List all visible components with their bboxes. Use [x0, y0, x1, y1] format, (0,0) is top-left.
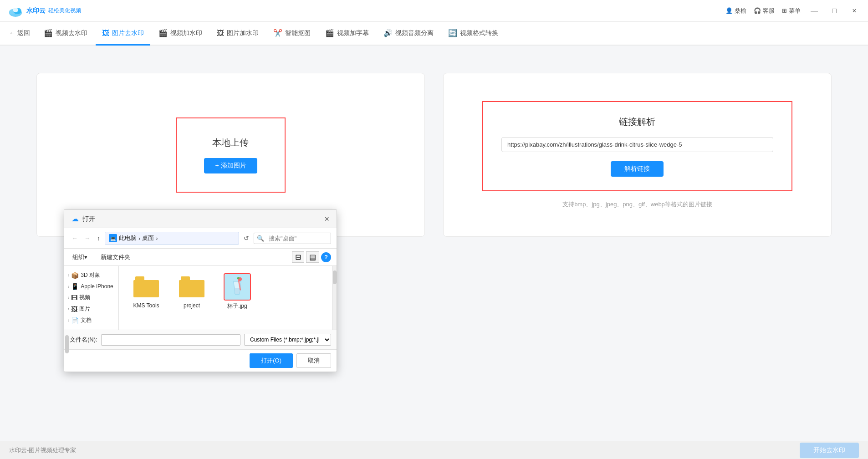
- menu-label: 菜单: [789, 7, 801, 15]
- tree-item-document[interactable]: › 📄 文档: [64, 315, 118, 326]
- close-button[interactable]: ×: [848, 5, 861, 17]
- nav-image-remove[interactable]: 🖼 图片去水印: [96, 22, 150, 46]
- nav-image-remove-label: 图片去水印: [112, 29, 144, 37]
- video-audio-icon: 🔊: [383, 29, 393, 37]
- project-folder-icon: [179, 276, 204, 297]
- image-remove-icon: 🖼: [102, 29, 109, 37]
- service-item[interactable]: 🎧 客服: [754, 7, 775, 15]
- nav-video-subtitle[interactable]: 🎬 视频加字幕: [319, 22, 375, 46]
- tree-arrow-video: ›: [68, 295, 69, 300]
- video-remove-icon: 🎬: [44, 29, 53, 37]
- tree-icon-document: 📄: [71, 317, 79, 324]
- sidebar-tree: › 📦 3D 对象 › 📱 Apple iPhone › 🎞 视频 › 🖼 图片…: [64, 266, 119, 330]
- nav-video-convert[interactable]: 🔄 视频格式转换: [442, 22, 505, 46]
- file-item-project[interactable]: project: [174, 273, 210, 309]
- search-icon: 🔍: [254, 235, 267, 242]
- nav-video-remove-label: 视频去水印: [56, 29, 87, 37]
- smart-cutout-icon: ✂️: [273, 29, 282, 37]
- statusbar: 水印云-图片视频处理专家 开始去水印: [0, 441, 868, 459]
- nav-smart-cutout-label: 智能抠图: [285, 29, 311, 37]
- parse-link-button[interactable]: 解析链接: [611, 161, 664, 177]
- logo-icon: [7, 3, 24, 19]
- right-panel: 链接解析 解析链接 支持bmp、jpg、jpeg、png、gif、webp等格式…: [443, 73, 832, 237]
- filetype-select[interactable]: Custom Files (*.bmp;*.jpg;*.ji: [244, 334, 331, 346]
- link-input[interactable]: [501, 137, 773, 152]
- nav-video-remove[interactable]: 🎬 视频去水印: [37, 22, 94, 46]
- start-remove-button[interactable]: 开始去水印: [800, 443, 859, 458]
- detail-view-button[interactable]: ▤: [306, 251, 319, 263]
- nav-video-subtitle-label: 视频加字幕: [337, 29, 369, 37]
- dialog-cloud-icon: ☁: [71, 214, 79, 223]
- video-convert-icon: 🔄: [448, 29, 457, 37]
- toolbar-left: 组织▾ 新建文件夹: [70, 252, 133, 262]
- image-add-icon: 🖼: [217, 29, 224, 37]
- file-item-kms[interactable]: KMS Tools: [128, 273, 164, 309]
- breadcrumb-desktop-label: 桌面: [142, 234, 154, 242]
- tree-item-3d[interactable]: › 📦 3D 对象: [64, 270, 118, 281]
- dialog-filelist: › 📦 3D 对象 › 📱 Apple iPhone › 🎞 视频 › 🖼 图片…: [64, 266, 337, 330]
- video-subtitle-icon: 🎬: [325, 29, 334, 37]
- file-item-cup[interactable]: 杯子.jpg: [219, 273, 255, 310]
- link-title: 链接解析: [619, 116, 655, 128]
- pc-icon: 💻: [109, 234, 117, 242]
- user-menu-item[interactable]: 👤 桑榆: [725, 7, 746, 15]
- nav-video-audio[interactable]: 🔊 视频音频分离: [377, 22, 440, 46]
- tree-item-picture[interactable]: › 🖼 图片: [64, 303, 118, 315]
- back-button[interactable]: ← 返回: [9, 29, 30, 37]
- minimize-button[interactable]: —: [808, 5, 821, 17]
- tree-item-apple-iphone[interactable]: › 📱 Apple iPhone: [64, 281, 118, 292]
- tree-arrow: ›: [68, 273, 69, 278]
- file-open-dialog: ☁ 打开 × ← → ↑ 💻 此电脑 › 桌面 › ↺ 🔍 组织▾ 新建文件夹: [64, 209, 337, 372]
- service-label: 客服: [763, 7, 775, 15]
- kms-icon-wrap: [133, 273, 160, 301]
- tree-label-document: 文档: [81, 316, 92, 324]
- tree-label-picture: 图片: [79, 305, 90, 313]
- sidebar-scrollbar-thumb: [65, 335, 69, 353]
- kms-folder-icon: [133, 276, 159, 297]
- forward-nav-button[interactable]: →: [82, 234, 92, 243]
- nav-video-audio-label: 视频音频分离: [395, 29, 434, 37]
- folder-body-project: [179, 280, 204, 297]
- maximize-button[interactable]: □: [828, 5, 841, 17]
- breadcrumb-arrow1: ›: [138, 235, 140, 242]
- open-button[interactable]: 打开(O): [250, 353, 293, 368]
- cup-svg: [225, 275, 249, 299]
- add-image-button[interactable]: + 添加图片: [204, 158, 257, 173]
- titlebar: 水印云 轻松美化视频 👤 桑榆 🎧 客服 ⊞ 菜单 — □ ×: [0, 0, 868, 22]
- filename-label: 文件名(N):: [70, 336, 97, 344]
- up-nav-button[interactable]: ↑: [95, 234, 102, 243]
- new-folder-button[interactable]: 新建文件夹: [98, 252, 133, 262]
- menu-item[interactable]: ⊞ 菜单: [782, 7, 801, 15]
- cup-image-preview: [225, 274, 250, 300]
- dialog-title-label: 打开: [82, 215, 95, 223]
- dialog-close-button[interactable]: ×: [324, 215, 329, 223]
- nav-smart-cutout[interactable]: ✂️ 智能抠图: [267, 22, 317, 46]
- grid-icon: ⊞: [782, 7, 787, 14]
- tree-icon-3d: 📦: [71, 272, 79, 279]
- upload-box: 本地上传 + 添加图片: [176, 117, 285, 193]
- nav-image-add[interactable]: 🖼 图片加水印: [210, 22, 265, 46]
- toolbar-right: ⊟ ▤ ?: [292, 251, 331, 263]
- tree-item-video[interactable]: › 🎞 视频: [64, 292, 118, 303]
- breadcrumb: 💻 此电脑 › 桌面 ›: [105, 232, 239, 245]
- nav-video-add[interactable]: 🎬 视频加水印: [152, 22, 209, 46]
- link-hint: 支持bmp、jpg、jpeg、png、gif、webp等格式的图片链接: [562, 200, 712, 209]
- files-scrollbar[interactable]: [332, 266, 337, 330]
- cancel-button[interactable]: 取消: [296, 353, 331, 368]
- search-input[interactable]: [267, 233, 331, 244]
- back-nav-button[interactable]: ←: [70, 234, 80, 243]
- folder-body: [133, 280, 159, 297]
- filename-input[interactable]: [101, 334, 240, 346]
- dialog-toolbar: 组织▾ 新建文件夹 ⊟ ▤ ?: [64, 249, 337, 266]
- cup-icon-wrap: [224, 273, 251, 301]
- dialog-title-left: ☁ 打开: [71, 214, 95, 223]
- svg-point-3: [13, 8, 18, 12]
- large-icon-view-button[interactable]: ⊟: [292, 251, 304, 263]
- tree-arrow-iphone: ›: [68, 284, 69, 289]
- user-icon: 👤: [725, 7, 733, 14]
- kms-filename: KMS Tools: [133, 302, 159, 309]
- refresh-button[interactable]: ↺: [242, 234, 251, 243]
- video-add-icon: 🎬: [158, 29, 168, 37]
- help-button[interactable]: ?: [321, 252, 331, 262]
- organize-button[interactable]: 组织▾: [70, 252, 90, 262]
